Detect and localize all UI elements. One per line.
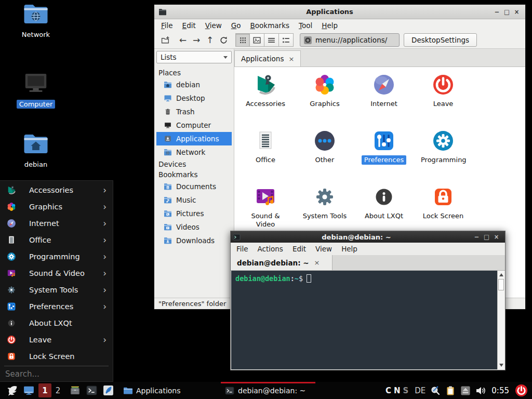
start-menu-item[interactable]: Graphics ›	[0, 198, 113, 215]
submenu-arrow-icon: ›	[103, 269, 107, 278]
tray-icon[interactable]	[460, 385, 471, 396]
terminal-scrollbar[interactable]	[497, 271, 504, 369]
sidebar-row[interactable]: Videos	[156, 220, 232, 234]
terminal-titlebar[interactable]: debian@debian: ~ −□×	[231, 231, 505, 243]
thumbnail-view-button[interactable]	[250, 33, 264, 47]
sidebar-row[interactable]: Trash	[156, 105, 232, 118]
icon-view-button[interactable]	[235, 33, 250, 47]
window-control-button[interactable]: □	[502, 8, 511, 16]
quick-launch-icon[interactable]	[86, 385, 97, 396]
sidebar-row-icon	[164, 196, 172, 204]
menubar-item[interactable]: Help	[317, 20, 342, 31]
detailed-view-button[interactable]	[279, 33, 294, 47]
tray-icon[interactable]	[445, 385, 456, 396]
menubar-item[interactable]: File	[232, 244, 253, 254]
menubar-item[interactable]: View	[311, 244, 337, 254]
up-button[interactable]: ↑	[203, 33, 217, 47]
sidebar-row[interactable]: Downloads	[156, 234, 232, 247]
sidebar-row[interactable]: Music	[156, 193, 232, 207]
address-input[interactable]	[315, 36, 396, 44]
scroll-up-icon[interactable]	[498, 271, 504, 278]
start-menu-item[interactable]: Internet ›	[0, 215, 113, 232]
keyboard-indicator[interactable]: N	[394, 386, 401, 395]
start-menu-item[interactable]: Accessories ›	[0, 182, 113, 198]
pager-desktop-button[interactable]: 2	[51, 383, 64, 397]
taskbar-task-button[interactable]: debian@debian: ~	[221, 382, 323, 399]
start-menu-item[interactable]: Office ›	[0, 232, 113, 248]
terminal-screen[interactable]: debian@debian:~$	[231, 271, 504, 369]
scroll-down-icon[interactable]	[498, 362, 504, 369]
app-icon[interactable]: Preferences	[354, 127, 414, 183]
desktop-icon[interactable]: Computer	[8, 70, 63, 109]
start-menu-button[interactable]	[5, 384, 18, 397]
start-menu-item[interactable]: Leave ›	[0, 331, 113, 348]
taskbar-task-button[interactable]: Applications	[119, 382, 221, 399]
start-menu-item[interactable]: About LXQt ›	[0, 315, 113, 331]
tab-applications[interactable]: Applications ×	[234, 50, 301, 66]
window-control-button[interactable]: ×	[492, 233, 501, 241]
sidebar-row[interactable]: debian	[156, 78, 232, 91]
sidebar-row[interactable]: Pictures	[156, 207, 232, 220]
sidebar-row[interactable]: Documents	[156, 180, 232, 193]
tray-icon[interactable]	[475, 385, 486, 396]
app-icon[interactable]: Accessories	[236, 71, 295, 127]
sidebar-row[interactable]: Devices	[156, 159, 232, 169]
keyboard-layout-indicator[interactable]: DE	[415, 386, 425, 395]
app-icon[interactable]: Office	[236, 127, 295, 183]
pager-desktop-button[interactable]: 1	[38, 383, 51, 397]
start-menu-item[interactable]: Preferences ›	[0, 298, 113, 315]
scrollbar-thumb[interactable]	[498, 279, 504, 290]
menubar-item[interactable]: File	[156, 20, 178, 31]
desktop-icon[interactable]: debian	[8, 130, 63, 169]
sidebar-row[interactable]: Desktop	[156, 91, 232, 105]
menubar-item[interactable]: Tool	[294, 20, 317, 31]
sidebar-row[interactable]: Places	[156, 68, 232, 78]
terminal-tab[interactable]: debian@debian: ~ ×	[231, 255, 332, 270]
tab-close-icon[interactable]: ×	[288, 55, 294, 63]
start-menu-item[interactable]: System Tools ›	[0, 282, 113, 298]
menubar-item[interactable]: Edit	[178, 20, 201, 31]
forward-button[interactable]: →	[190, 33, 203, 47]
app-icon[interactable]: Leave	[414, 71, 473, 127]
app-icon[interactable]: Programming	[414, 127, 473, 183]
shutdown-button[interactable]	[515, 384, 528, 397]
compact-view-button[interactable]	[264, 33, 279, 47]
sidebar-row[interactable]: Applications	[156, 132, 232, 145]
clock[interactable]: 0:55	[491, 386, 509, 395]
show-desktop-button[interactable]	[23, 385, 34, 396]
window-control-button[interactable]: ×	[512, 8, 521, 16]
menubar-item[interactable]: Help	[337, 244, 362, 254]
reload-button[interactable]	[217, 33, 230, 47]
app-icon[interactable]: Other	[295, 127, 354, 183]
start-menu-item[interactable]: Programming ›	[0, 248, 113, 265]
app-icon[interactable]: Graphics	[295, 71, 354, 127]
back-button[interactable]: ←	[176, 33, 190, 47]
desktop-settings-button[interactable]: DesktopSettings	[404, 33, 477, 47]
quick-launch-icon[interactable]	[70, 385, 81, 396]
start-menu-item[interactable]: Sound & Video ›	[0, 265, 113, 282]
sidebar-row[interactable]: Computer	[156, 118, 232, 132]
menubar-item[interactable]: Bookmarks	[246, 20, 294, 31]
quick-launch-icon[interactable]	[103, 385, 114, 396]
window-control-button[interactable]: □	[482, 233, 491, 241]
menubar-item[interactable]: Edit	[288, 244, 311, 254]
keyboard-indicator[interactable]: C	[385, 386, 391, 395]
menubar-item[interactable]: View	[201, 20, 227, 31]
sidebar-row[interactable]: Network	[156, 145, 232, 159]
menubar-item[interactable]: Actions	[253, 244, 288, 254]
sidebar-row[interactable]: Bookmarks	[156, 169, 232, 180]
file-manager-titlebar[interactable]: Applications −□×	[154, 5, 525, 19]
sidebar-mode-selector[interactable]: Lists	[156, 51, 232, 63]
tray-icon[interactable]	[430, 385, 441, 396]
window-control-button[interactable]: −	[472, 233, 481, 241]
app-icon[interactable]: Internet	[354, 71, 414, 127]
tab-close-icon[interactable]: ×	[314, 259, 320, 267]
start-menu-item[interactable]: Lock Screen ›	[0, 348, 113, 365]
address-bar[interactable]	[300, 33, 400, 47]
keyboard-indicator[interactable]: S	[403, 386, 408, 395]
menubar-item[interactable]: Go	[227, 20, 246, 31]
window-control-button[interactable]: −	[493, 8, 501, 16]
search-input[interactable]	[5, 369, 108, 379]
new-tab-button[interactable]	[158, 33, 172, 47]
desktop-icon[interactable]: Network	[8, 0, 63, 39]
